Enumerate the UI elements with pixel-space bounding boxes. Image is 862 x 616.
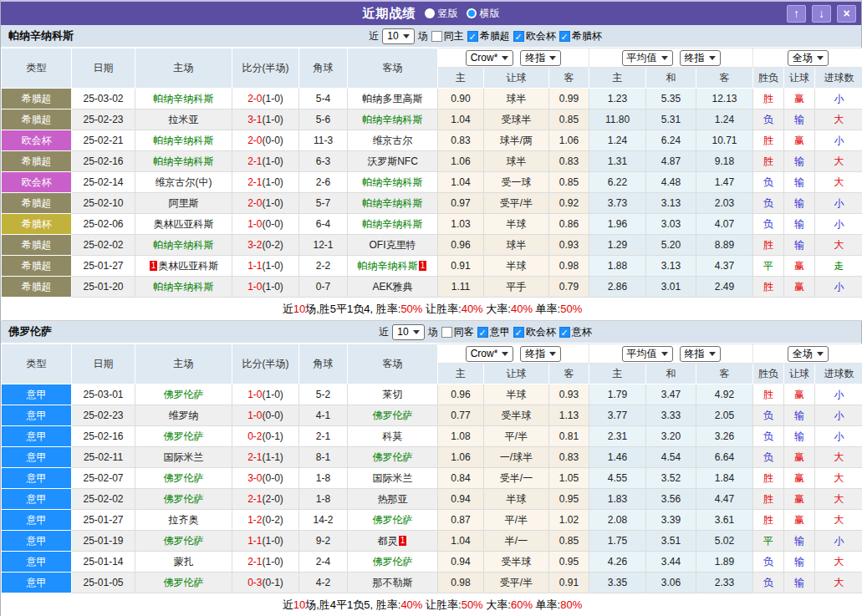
close-button[interactable]: ×: [837, 5, 856, 23]
league-filter[interactable]: ✓希腊超: [467, 29, 510, 43]
result-cell: 大: [815, 468, 862, 489]
handicap-odds-cell: 受平/半: [484, 193, 549, 214]
result-cell: 小: [815, 214, 862, 235]
corners-cell: 6-3: [299, 151, 348, 172]
result-cell: 平: [753, 256, 784, 277]
away-team-name: 佛罗伦萨: [373, 451, 413, 463]
same-venue[interactable]: 同主: [431, 29, 464, 43]
halftime-score: (1-0): [263, 535, 283, 547]
avg-select[interactable]: 平均值: [622, 346, 673, 362]
home-team-cell: 佛罗伦萨: [135, 531, 232, 552]
average-odds-cell: 6.22: [589, 172, 646, 193]
score-cell: 2-1(1-0): [232, 151, 299, 172]
avg-select[interactable]: 终指: [680, 50, 721, 66]
average-odds-cell: 3.20: [646, 426, 696, 447]
handicap-odds-cell: 平/半: [484, 510, 549, 531]
average-odds-cell: 8.89: [696, 235, 753, 256]
league-filter[interactable]: ✓意杯: [559, 325, 592, 339]
same-venue-checkbox[interactable]: [431, 31, 442, 42]
score-cell: 2-1(1-0): [232, 552, 299, 573]
odds-select[interactable]: 终指: [520, 50, 561, 66]
average-odds-cell: 2.03: [696, 193, 753, 214]
home-team-name: 维京古尔(中): [156, 176, 212, 188]
league-filter-checkbox[interactable]: ✓: [559, 327, 570, 338]
avg-select[interactable]: 终指: [680, 346, 721, 362]
league-filter-checkbox[interactable]: ✓: [513, 31, 524, 42]
score-cell: 1-0(1-0): [232, 277, 299, 298]
summary-segment: 40%: [400, 598, 422, 611]
fulltime-score: 2-0: [247, 197, 262, 209]
matches-count-select[interactable]: 10: [392, 324, 424, 340]
halftime-score: (1-0): [263, 197, 283, 209]
chevron-down-icon: [403, 34, 410, 38]
odds-select[interactable]: Crow*: [466, 346, 514, 362]
odds-select[interactable]: 终指: [520, 346, 561, 362]
league-type-cell: 希腊超: [2, 89, 72, 109]
home-team-name: 国际米兰: [164, 451, 204, 463]
average-odds-cell: 3.13: [646, 256, 696, 277]
average-odds-cell: 1.31: [589, 151, 646, 172]
league-filter-checkbox[interactable]: ✓: [513, 327, 524, 338]
result-cell: 赢: [784, 277, 815, 298]
section-team-name: 帕纳辛纳科斯: [8, 28, 74, 43]
league-filter-checkbox[interactable]: ✓: [467, 31, 478, 42]
halftime-score: (1-0): [263, 389, 283, 400]
result-cell: 胜: [753, 151, 784, 172]
score-cell: 2-1(1-0): [232, 172, 299, 193]
handicap-odds-cell: 球半: [484, 235, 549, 256]
league-filter[interactable]: ✓欧会杯: [513, 29, 556, 43]
result-select[interactable]: 全场: [788, 50, 829, 66]
results-table: 类型日期主场比分(半场)角球客场Crow*终指平均值终指全场主让球客主和客胜负让…: [1, 344, 862, 616]
league-filter[interactable]: ✓意甲: [477, 325, 510, 339]
home-team-cell: 维罗纳: [135, 405, 232, 426]
date-cell: 25-02-16: [72, 426, 135, 447]
result-cell: 走: [815, 256, 862, 277]
score-cell: 1-2(0-2): [232, 510, 299, 531]
corners-cell: 8-1: [299, 447, 348, 468]
avg-select[interactable]: 平均值: [622, 50, 673, 66]
away-team-name: 维京古尔: [373, 135, 413, 146]
league-filter-checkbox[interactable]: ✓: [559, 31, 570, 42]
matches-count-select[interactable]: 10: [382, 28, 414, 44]
date-cell: 25-02-02: [72, 489, 135, 510]
handicap-odds-cell: 0.97: [438, 193, 484, 214]
handicap-odds-cell: 0.83: [549, 151, 589, 172]
move-up-button[interactable]: ↑: [787, 5, 806, 23]
handicap-odds-cell: 0.92: [549, 193, 589, 214]
same-venue[interactable]: 同客: [441, 325, 474, 339]
result-cell: 输: [784, 172, 815, 193]
away-team-name: 帕纳多里高斯: [363, 93, 423, 104]
average-odds-cell: 6.24: [646, 130, 696, 151]
home-team-cell: 帕纳辛纳科斯: [135, 151, 232, 172]
result-select[interactable]: 全场: [788, 346, 829, 362]
average-odds-cell: 3.03: [646, 214, 696, 235]
league-filter-checkbox[interactable]: ✓: [477, 327, 488, 338]
date-cell: 25-01-14: [72, 552, 135, 573]
same-venue-checkbox[interactable]: [441, 327, 452, 338]
radio-horizontal-layout[interactable]: 横版: [467, 7, 500, 21]
date-cell: 25-02-10: [72, 193, 135, 214]
column-header: 客场: [348, 48, 438, 89]
header-dropdown-row: 类型日期主场比分(半场)角球客场Crow*终指平均值终指全场: [2, 48, 862, 68]
home-team-cell: 佛罗伦萨: [135, 468, 232, 489]
home-team-name: 帕纳辛纳科斯: [154, 135, 214, 146]
league-filter[interactable]: ✓希腊杯: [559, 29, 602, 43]
radio-vertical-layout[interactable]: 竖版: [425, 7, 458, 21]
average-odds-cell: 3.13: [646, 193, 696, 214]
move-down-button[interactable]: ↓: [812, 5, 831, 23]
home-team-name: 佛罗伦萨: [164, 430, 204, 442]
corners-cell: 2-1: [299, 426, 348, 447]
home-team-name: 佛罗伦萨: [164, 493, 204, 505]
halftime-score: (1-0): [263, 260, 283, 272]
odds-select[interactable]: Crow*: [466, 50, 514, 66]
average-odds-cell: 1.47: [696, 172, 753, 193]
handicap-odds-cell: 1.06: [549, 130, 589, 151]
chevron-down-icon: [817, 56, 824, 60]
result-cell: 胜: [753, 277, 784, 298]
handicap-odds-cell: 1.05: [549, 468, 589, 489]
average-odds-cell: 2.49: [696, 277, 753, 298]
league-filter[interactable]: ✓欧会杯: [513, 325, 556, 339]
result-cell: 负: [753, 193, 784, 214]
home-team-cell: 1奥林匹亚科斯: [135, 256, 232, 277]
score-cell: 0-3(0-1): [232, 573, 299, 593]
